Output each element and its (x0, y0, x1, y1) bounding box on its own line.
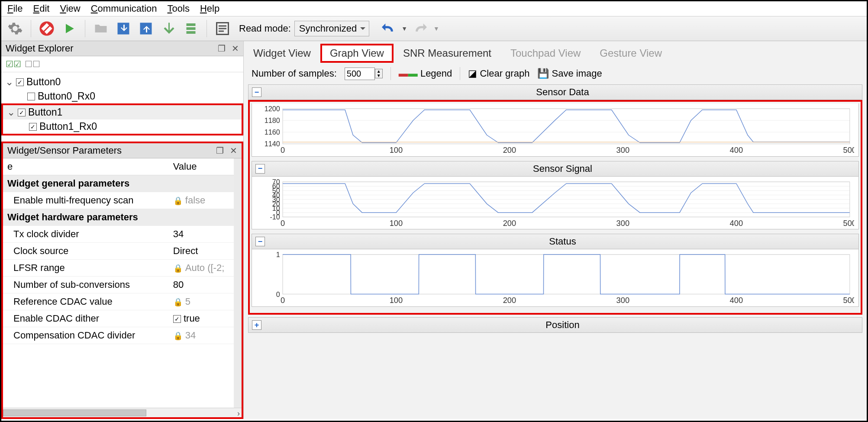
svg-text:500: 500 (843, 296, 854, 305)
svg-text:400: 400 (730, 296, 743, 305)
svg-text:70: 70 (272, 179, 280, 186)
restore-icon[interactable]: ❐ (216, 145, 224, 156)
tab-snr[interactable]: SNR Measurement (394, 44, 501, 63)
svg-text:100: 100 (390, 218, 403, 227)
checkbox[interactable] (29, 123, 37, 131)
param-row[interactable]: Tx clock divider34 (3, 226, 242, 243)
read-mode-combo[interactable]: Synchronized (294, 21, 369, 36)
menu-edit[interactable]: Edit (33, 3, 49, 14)
uncheck-all-icon[interactable]: ☐☐ (25, 59, 40, 69)
graph-toolbar: Number of samples: ▲▼ ▬▬ Legend ◪ Clear … (244, 63, 867, 84)
menu-communication[interactable]: Communication (91, 3, 157, 14)
menu-help[interactable]: Help (200, 3, 219, 14)
clear-graph-button[interactable]: ◪ Clear graph (468, 68, 529, 79)
menu-tools[interactable]: Tools (168, 3, 190, 14)
undo-icon[interactable] (379, 19, 398, 38)
upload-icon[interactable] (136, 19, 155, 38)
legend-icon: ▬ (399, 68, 408, 79)
checkbox[interactable] (16, 78, 24, 86)
undo-dropdown-icon[interactable]: ▼ (401, 25, 407, 32)
samples-label: Number of samples: (252, 68, 337, 79)
svg-text:1: 1 (276, 252, 280, 258)
svg-rect-5 (187, 23, 196, 26)
param-row[interactable]: Compensation CDAC divider🔒34 (3, 327, 242, 344)
svg-text:300: 300 (616, 218, 629, 227)
menu-view[interactable]: View (60, 3, 80, 14)
redo-dropdown-icon[interactable]: ▼ (433, 25, 439, 32)
svg-text:0: 0 (281, 145, 285, 155)
checkbox[interactable] (18, 109, 26, 116)
tree-label: Button0_Rx0 (38, 90, 95, 102)
menu-file[interactable]: File (7, 3, 23, 14)
vertical-scrollbar[interactable] (234, 158, 242, 408)
check-all-icon[interactable]: ☑☑ (6, 59, 21, 69)
main-toolbar: Read mode: Synchronized ▼ ▼ (1, 16, 867, 41)
param-row[interactable]: Reference CDAC value🔒5 (3, 293, 242, 310)
position-header: + Position (248, 317, 862, 333)
param-row[interactable]: Enable CDAC dither true (3, 310, 242, 327)
read-mode-label: Read mode: (239, 23, 291, 34)
horizontal-scrollbar[interactable]: › (3, 408, 242, 417)
chevron-down-icon[interactable]: ⌄ (6, 106, 15, 118)
expand-button[interactable]: + (252, 320, 261, 330)
col-name: e (3, 158, 169, 175)
tab-touchpad: Touchpad View (501, 44, 590, 63)
svg-text:400: 400 (730, 218, 743, 227)
param-row[interactable]: Enable multi-frequency scan 🔒false (3, 192, 242, 209)
col-value: Value (169, 158, 242, 175)
disconnect-icon[interactable] (37, 19, 56, 38)
svg-text:500: 500 (843, 218, 854, 227)
eraser-icon: ◪ (468, 68, 477, 79)
param-row[interactable]: LFSR range🔒Auto ([-2; (3, 260, 242, 277)
svg-text:1160: 1160 (265, 128, 280, 136)
chevron-down-icon[interactable]: ⌄ (5, 76, 13, 88)
svg-text:200: 200 (503, 218, 516, 227)
save-image-button[interactable]: 💾 Save image (537, 68, 602, 79)
status-chart: 010100200300400500 (256, 252, 854, 305)
svg-text:0: 0 (281, 296, 285, 305)
checkbox[interactable] (173, 315, 181, 323)
collapse-button[interactable]: − (252, 87, 261, 97)
widget-explorer-title: Widget Explorer (6, 43, 74, 54)
tree-item-button1[interactable]: ⌄ Button1 (3, 105, 242, 119)
play-icon[interactable] (60, 19, 79, 38)
param-row[interactable]: Number of sub-conversions80 (3, 277, 242, 293)
tree-item-button0[interactable]: ⌄ Button0 (1, 75, 243, 89)
group-hardware: Widget hardware parameters (3, 209, 242, 226)
param-row[interactable]: Clock sourceDirect (3, 243, 242, 260)
svg-text:200: 200 (503, 145, 516, 155)
svg-rect-6 (187, 27, 196, 30)
restore-icon[interactable]: ❐ (218, 43, 226, 54)
collapse-button[interactable]: − (255, 164, 265, 174)
params-title: Widget/Sensor Parameters (7, 145, 122, 156)
tab-gesture: Gesture View (590, 44, 671, 63)
samples-input[interactable] (345, 68, 375, 80)
close-icon[interactable]: ✕ (230, 145, 237, 156)
lock-icon: 🔒 (173, 331, 183, 341)
download-icon[interactable] (114, 19, 133, 38)
tab-graph-view[interactable]: Graph View (320, 44, 394, 63)
tab-widget-view[interactable]: Widget View (244, 44, 320, 63)
arrow-down-green-icon[interactable] (159, 19, 178, 38)
save-icon: 💾 (537, 68, 549, 79)
widget-tree: ⌄ Button0 Button0_Rx0 ⌄ Button1 Button1_… (1, 72, 243, 138)
sensor-signal-panel: − Sensor Signal -10010203040506070010020… (252, 161, 859, 230)
svg-text:300: 300 (616, 145, 629, 155)
tree-item-button1-rx0[interactable]: Button1_Rx0 (3, 119, 242, 134)
samples-spinner[interactable]: ▲▼ (375, 69, 383, 78)
text-lines-icon[interactable] (213, 19, 232, 38)
legend-button[interactable]: ▬▬ Legend (399, 68, 452, 79)
svg-text:200: 200 (503, 296, 516, 305)
collapse-button[interactable]: − (255, 237, 265, 246)
checkbox[interactable] (27, 93, 35, 100)
stack-green-icon[interactable] (181, 19, 200, 38)
tree-label: Button1_Rx0 (39, 121, 97, 132)
close-icon[interactable]: ✕ (232, 43, 239, 54)
open-folder-icon[interactable] (91, 19, 110, 38)
gear-icon[interactable] (6, 19, 25, 38)
redo-icon[interactable] (411, 19, 430, 38)
tree-item-button0-rx0[interactable]: Button0_Rx0 (1, 89, 243, 103)
svg-text:1180: 1180 (265, 116, 280, 124)
tree-toolbar: ☑☑ ☐☐ (1, 56, 243, 72)
svg-rect-7 (187, 31, 196, 34)
